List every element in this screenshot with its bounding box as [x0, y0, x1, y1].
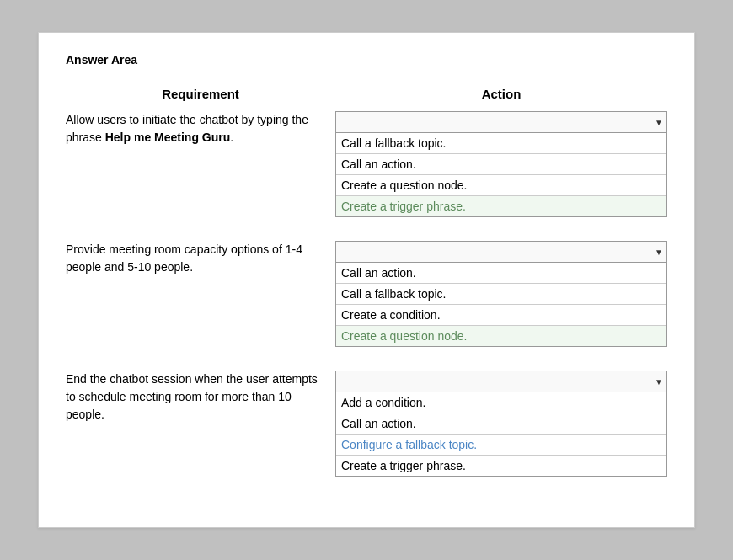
header-action: Action	[335, 87, 667, 101]
list-item[interactable]: Create a question node.	[336, 326, 666, 346]
requirement-cell-3: End the chatbot session when the user at…	[66, 371, 335, 424]
list-item[interactable]: Call an action.	[336, 263, 666, 284]
table-header: Requirement Action	[66, 87, 667, 101]
answer-area-title: Answer Area	[66, 53, 667, 67]
list-item[interactable]: Create a condition.	[336, 305, 666, 326]
list-item[interactable]: Configure a fallback topic.	[336, 435, 666, 456]
list-item[interactable]: Create a question node.	[336, 175, 666, 196]
list-item[interactable]: Create a trigger phrase.	[336, 196, 666, 216]
list-item[interactable]: Call an action.	[336, 154, 666, 175]
requirement-cell-1: Allow users to initiate the chatbot by t…	[66, 111, 335, 147]
action-cell-1: ▼ Call a fallback topic. Call an action.…	[335, 111, 667, 217]
header-requirement: Requirement	[66, 87, 335, 101]
main-container: Answer Area Requirement Action Allow use…	[38, 32, 695, 528]
dropdown-list-2: Call an action. Call a fallback topic. C…	[335, 263, 667, 347]
list-item[interactable]: Create a trigger phrase.	[336, 456, 666, 476]
dropdown-header-2[interactable]: ▼	[335, 241, 667, 263]
chevron-down-icon: ▼	[655, 377, 663, 387]
action-cell-3: ▼ Add a condition. Call an action. Confi…	[335, 371, 667, 477]
table-row: Provide meeting room capacity options of…	[66, 241, 667, 347]
table-row: Allow users to initiate the chatbot by t…	[66, 111, 667, 217]
dropdown-header-1[interactable]: ▼	[335, 111, 667, 133]
chevron-down-icon: ▼	[655, 248, 663, 257]
requirement-cell-2: Provide meeting room capacity options of…	[66, 241, 335, 276]
list-item[interactable]: Call a fallback topic.	[336, 284, 666, 305]
list-item[interactable]: Call an action.	[336, 413, 666, 435]
dropdown-list-1: Call a fallback topic. Call an action. C…	[335, 133, 667, 217]
dropdown-header-3[interactable]: ▼	[335, 371, 667, 392]
table-row: End the chatbot session when the user at…	[66, 371, 667, 477]
dropdown-list-3: Add a condition. Call an action. Configu…	[335, 392, 667, 477]
list-item[interactable]: Call a fallback topic.	[336, 133, 666, 154]
requirement-bold-1: Help me Meeting Guru	[105, 131, 231, 144]
list-item[interactable]: Add a condition.	[336, 392, 666, 413]
action-cell-2: ▼ Call an action. Call a fallback topic.…	[335, 241, 667, 347]
chevron-down-icon: ▼	[655, 118, 663, 127]
